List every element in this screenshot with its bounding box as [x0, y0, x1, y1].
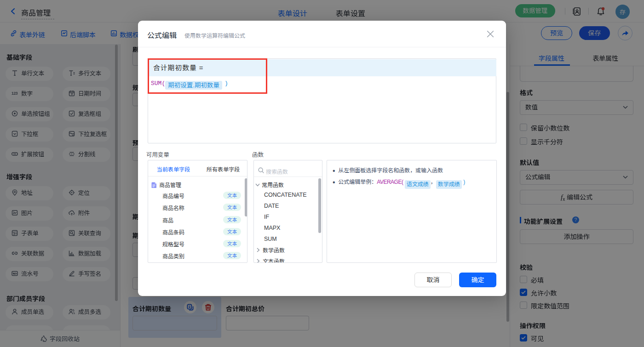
svg-text:123: 123	[12, 91, 18, 96]
